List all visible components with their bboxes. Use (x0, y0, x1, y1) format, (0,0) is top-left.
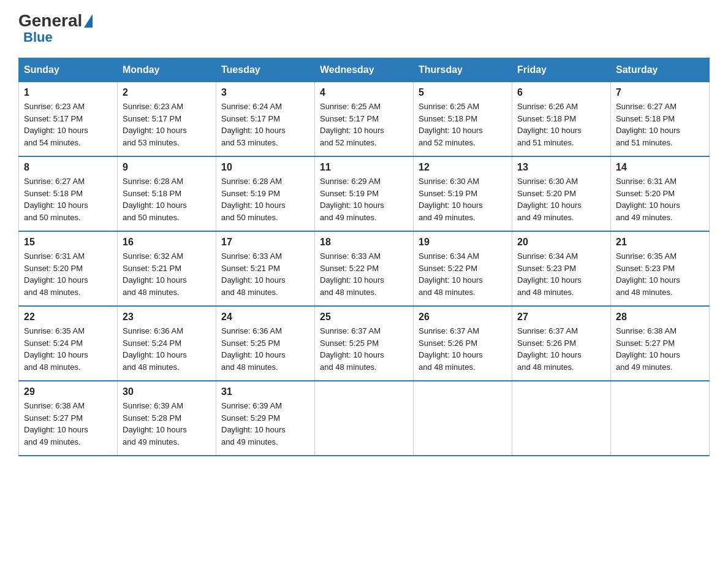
day-info: Sunrise: 6:37 AM Sunset: 5:25 PM Dayligh… (320, 325, 408, 373)
calendar-cell: 13 Sunrise: 6:30 AM Sunset: 5:20 PM Dayl… (512, 156, 611, 231)
calendar-cell: 29 Sunrise: 6:38 AM Sunset: 5:27 PM Dayl… (19, 381, 118, 456)
header-cell-saturday: Saturday (611, 58, 710, 82)
day-number: 2 (123, 87, 211, 98)
day-number: 11 (320, 162, 408, 173)
day-info: Sunrise: 6:35 AM Sunset: 5:24 PM Dayligh… (24, 325, 112, 373)
day-number: 26 (419, 312, 507, 323)
calendar-cell: 16 Sunrise: 6:32 AM Sunset: 5:21 PM Dayl… (118, 231, 216, 306)
day-info: Sunrise: 6:23 AM Sunset: 5:17 PM Dayligh… (24, 101, 112, 148)
day-info: Sunrise: 6:31 AM Sunset: 5:20 PM Dayligh… (24, 250, 112, 298)
day-number: 5 (419, 87, 507, 98)
calendar-cell: 21 Sunrise: 6:35 AM Sunset: 5:23 PM Dayl… (611, 231, 710, 306)
week-row-4: 22 Sunrise: 6:35 AM Sunset: 5:24 PM Dayl… (19, 306, 710, 381)
calendar-cell (414, 381, 512, 456)
day-info: Sunrise: 6:32 AM Sunset: 5:21 PM Dayligh… (123, 250, 211, 298)
calendar-cell: 23 Sunrise: 6:36 AM Sunset: 5:24 PM Dayl… (118, 306, 216, 381)
day-number: 10 (221, 162, 309, 173)
day-info: Sunrise: 6:37 AM Sunset: 5:26 PM Dayligh… (419, 325, 507, 373)
day-number: 6 (517, 87, 605, 98)
logo-blue-text: Blue (23, 29, 53, 45)
calendar-cell: 7 Sunrise: 6:27 AM Sunset: 5:18 PM Dayli… (611, 82, 710, 157)
calendar-cell: 6 Sunrise: 6:26 AM Sunset: 5:18 PM Dayli… (512, 82, 611, 157)
header-cell-sunday: Sunday (19, 58, 118, 82)
day-info: Sunrise: 6:28 AM Sunset: 5:19 PM Dayligh… (221, 175, 309, 223)
day-number: 14 (616, 162, 704, 173)
header-cell-monday: Monday (118, 58, 216, 82)
day-info: Sunrise: 6:25 AM Sunset: 5:17 PM Dayligh… (320, 101, 408, 148)
calendar-header: SundayMondayTuesdayWednesdayThursdayFrid… (19, 58, 710, 82)
day-info: Sunrise: 6:30 AM Sunset: 5:19 PM Dayligh… (419, 175, 507, 223)
calendar-cell: 20 Sunrise: 6:34 AM Sunset: 5:23 PM Dayl… (512, 231, 611, 306)
header-cell-thursday: Thursday (414, 58, 512, 82)
day-number: 9 (123, 162, 211, 173)
calendar-cell: 12 Sunrise: 6:30 AM Sunset: 5:19 PM Dayl… (414, 156, 512, 231)
week-row-5: 29 Sunrise: 6:38 AM Sunset: 5:27 PM Dayl… (19, 381, 710, 456)
calendar-cell: 4 Sunrise: 6:25 AM Sunset: 5:17 PM Dayli… (315, 82, 414, 157)
calendar-cell: 5 Sunrise: 6:25 AM Sunset: 5:18 PM Dayli… (414, 82, 512, 157)
day-info: Sunrise: 6:34 AM Sunset: 5:22 PM Dayligh… (419, 250, 507, 298)
day-info: Sunrise: 6:33 AM Sunset: 5:21 PM Dayligh… (221, 250, 309, 298)
day-number: 12 (419, 162, 507, 173)
day-info: Sunrise: 6:35 AM Sunset: 5:23 PM Dayligh… (616, 250, 704, 298)
day-info: Sunrise: 6:29 AM Sunset: 5:19 PM Dayligh… (320, 175, 408, 223)
calendar-cell: 15 Sunrise: 6:31 AM Sunset: 5:20 PM Dayl… (19, 231, 118, 306)
day-number: 7 (616, 87, 704, 98)
day-info: Sunrise: 6:36 AM Sunset: 5:24 PM Dayligh… (123, 325, 211, 373)
day-info: Sunrise: 6:38 AM Sunset: 5:27 PM Dayligh… (24, 400, 112, 448)
week-row-1: 1 Sunrise: 6:23 AM Sunset: 5:17 PM Dayli… (19, 82, 710, 157)
calendar-cell: 8 Sunrise: 6:27 AM Sunset: 5:18 PM Dayli… (19, 156, 118, 231)
calendar-cell: 22 Sunrise: 6:35 AM Sunset: 5:24 PM Dayl… (19, 306, 118, 381)
day-info: Sunrise: 6:39 AM Sunset: 5:29 PM Dayligh… (221, 400, 309, 448)
day-number: 18 (320, 237, 408, 248)
day-number: 22 (24, 312, 112, 323)
week-row-3: 15 Sunrise: 6:31 AM Sunset: 5:20 PM Dayl… (19, 231, 710, 306)
day-number: 17 (221, 237, 309, 248)
day-info: Sunrise: 6:24 AM Sunset: 5:17 PM Dayligh… (221, 101, 309, 148)
header-cell-friday: Friday (512, 58, 611, 82)
calendar-cell: 18 Sunrise: 6:33 AM Sunset: 5:22 PM Dayl… (315, 231, 414, 306)
day-info: Sunrise: 6:25 AM Sunset: 5:18 PM Dayligh… (419, 101, 507, 148)
day-info: Sunrise: 6:27 AM Sunset: 5:18 PM Dayligh… (616, 101, 704, 148)
calendar-cell: 30 Sunrise: 6:39 AM Sunset: 5:28 PM Dayl… (118, 381, 216, 456)
day-info: Sunrise: 6:26 AM Sunset: 5:18 PM Dayligh… (517, 101, 605, 148)
day-info: Sunrise: 6:33 AM Sunset: 5:22 PM Dayligh… (320, 250, 408, 298)
calendar-cell: 28 Sunrise: 6:38 AM Sunset: 5:27 PM Dayl… (611, 306, 710, 381)
day-number: 1 (24, 87, 112, 98)
day-number: 20 (517, 237, 605, 248)
calendar-cell: 14 Sunrise: 6:31 AM Sunset: 5:20 PM Dayl… (611, 156, 710, 231)
logo-triangle-icon (84, 14, 93, 28)
day-number: 31 (221, 386, 309, 397)
calendar-table: SundayMondayTuesdayWednesdayThursdayFrid… (18, 58, 710, 456)
day-number: 21 (616, 237, 704, 248)
calendar-cell: 26 Sunrise: 6:37 AM Sunset: 5:26 PM Dayl… (414, 306, 512, 381)
day-number: 29 (24, 386, 112, 397)
day-info: Sunrise: 6:30 AM Sunset: 5:20 PM Dayligh… (517, 175, 605, 223)
day-info: Sunrise: 6:31 AM Sunset: 5:20 PM Dayligh… (616, 175, 704, 223)
day-number: 28 (616, 312, 704, 323)
day-info: Sunrise: 6:37 AM Sunset: 5:26 PM Dayligh… (517, 325, 605, 373)
day-info: Sunrise: 6:28 AM Sunset: 5:18 PM Dayligh… (123, 175, 211, 223)
logo: General Blue (18, 12, 94, 45)
calendar-cell: 9 Sunrise: 6:28 AM Sunset: 5:18 PM Dayli… (118, 156, 216, 231)
day-number: 24 (221, 312, 309, 323)
day-number: 8 (24, 162, 112, 173)
calendar-cell (611, 381, 710, 456)
page-header: General Blue (18, 12, 710, 45)
day-info: Sunrise: 6:27 AM Sunset: 5:18 PM Dayligh… (24, 175, 112, 223)
day-number: 15 (24, 237, 112, 248)
calendar-cell: 11 Sunrise: 6:29 AM Sunset: 5:19 PM Dayl… (315, 156, 414, 231)
calendar-cell: 3 Sunrise: 6:24 AM Sunset: 5:17 PM Dayli… (216, 82, 315, 157)
day-info: Sunrise: 6:36 AM Sunset: 5:25 PM Dayligh… (221, 325, 309, 373)
calendar-cell (512, 381, 611, 456)
day-number: 25 (320, 312, 408, 323)
header-row: SundayMondayTuesdayWednesdayThursdayFrid… (19, 58, 710, 82)
calendar-cell: 1 Sunrise: 6:23 AM Sunset: 5:17 PM Dayli… (19, 82, 118, 157)
day-number: 23 (123, 312, 211, 323)
day-number: 19 (419, 237, 507, 248)
day-info: Sunrise: 6:34 AM Sunset: 5:23 PM Dayligh… (517, 250, 605, 298)
calendar-cell: 17 Sunrise: 6:33 AM Sunset: 5:21 PM Dayl… (216, 231, 315, 306)
day-number: 16 (123, 237, 211, 248)
calendar-cell: 2 Sunrise: 6:23 AM Sunset: 5:17 PM Dayli… (118, 82, 216, 157)
calendar-cell: 25 Sunrise: 6:37 AM Sunset: 5:25 PM Dayl… (315, 306, 414, 381)
calendar-body: 1 Sunrise: 6:23 AM Sunset: 5:17 PM Dayli… (19, 82, 710, 456)
